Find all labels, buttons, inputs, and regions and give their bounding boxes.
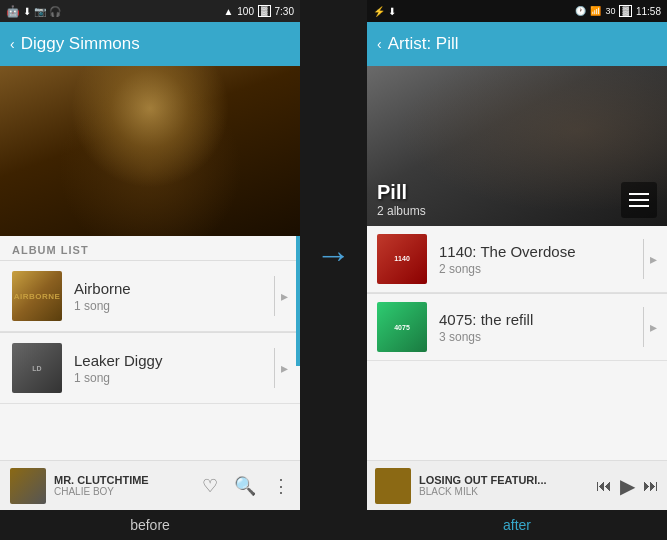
arrow-refill: ▸ [650,319,657,335]
album-thumb-leaker: LD [12,343,62,393]
hamburger-line-2 [629,199,649,201]
search-icon[interactable]: 🔍 [234,475,256,497]
right-header-title: Artist: Pill [388,34,459,54]
album-songs-airborne: 1 song [74,299,274,313]
album-info-leaker: Leaker Diggy 1 song [74,352,274,385]
hamburger-line-3 [629,205,649,207]
left-album-list: AIRBORNE Airborne 1 song ▸ LD Leaker Dig… [0,261,300,460]
album-info-refill: 4075: the refill 3 songs [439,311,643,344]
right-status-bar: ⚡ ⬇ 🕐 📶 30 ▓ 11:58 [367,0,667,22]
album-item[interactable]: AIRBORNE Airborne 1 song ▸ [0,261,300,332]
right-track-title: LOSING OUT FEATURI... [419,474,588,486]
divider-refill [643,307,644,347]
left-panel: 🤖 ⬇ 📷 🎧 ▲ 100 ▓ 7:30 ‹ Diggy Simmons ALB… [0,0,300,510]
playback-controls: ⏮ ▶ ⏭ [596,474,659,498]
album-item-refill[interactable]: 4075 4075: the refill 3 songs ▸ [367,294,667,361]
mini-controls-left: ♡ 🔍 ⋮ [202,475,290,497]
right-artist-image-inner: Pill 2 albums [367,66,667,226]
mini-thumb-right [375,468,411,504]
right-album-list: 1140 1140: The Overdose 2 songs ▸ 4075 4… [367,226,667,460]
left-status-icons: 🤖 ⬇ 📷 🎧 [6,5,61,18]
wifi-icon: 📶 [590,6,601,16]
divider-airborne [274,276,275,316]
album-thumb-refill: 4075 [377,302,427,352]
album-name-overdose: 1140: The Overdose [439,243,643,260]
battery-text: 100 [237,6,254,17]
album-info-overdose: 1140: The Overdose 2 songs [439,243,643,276]
airborne-label: AIRBORNE [14,292,61,301]
camera-icon: 📷 [34,6,46,17]
mini-info-left: MR. CLUTCHTIME CHALIE BOY [54,474,194,497]
divider-leaker [274,348,275,388]
album-name-leaker: Leaker Diggy [74,352,274,369]
album-item-overdose[interactable]: 1140 1140: The Overdose 2 songs ▸ [367,226,667,293]
left-header: ‹ Diggy Simmons [0,22,300,66]
right-header: ‹ Artist: Pill [367,22,667,66]
right-mini-artist: BLACK MILK [419,486,588,497]
mini-track-title: MR. CLUTCHTIME [54,474,194,486]
left-status-right: ▲ 100 ▓ 7:30 [223,5,294,17]
leaker-label: LD [32,365,41,372]
arrow-container: → [300,0,367,510]
album-songs-refill: 3 songs [439,330,643,344]
left-time: 7:30 [275,6,294,17]
hamburger-button[interactable] [621,182,657,218]
mini-thumb-left [10,468,46,504]
overdose-label: 1140 [394,255,410,263]
menu-icon[interactable]: ⋮ [272,475,290,497]
album-name-airborne: Airborne [74,280,274,297]
prev-button[interactable]: ⏮ [596,477,612,495]
album-thumb-airborne: AIRBORNE [12,271,62,321]
download-icon-right: ⬇ [388,6,396,17]
right-artist-albums: 2 albums [377,204,621,218]
left-header-title: Diggy Simmons [21,34,140,54]
right-back-button[interactable]: ‹ [377,36,382,52]
mini-artist: CHALIE BOY [54,486,194,497]
right-status-icons: ⚡ ⬇ [373,6,396,17]
album-info-airborne: Airborne 1 song [74,280,274,313]
next-button[interactable]: ⏭ [643,477,659,495]
right-panel: ⚡ ⬇ 🕐 📶 30 ▓ 11:58 ‹ Artist: Pill Pill 2… [367,0,667,510]
left-artist-image [0,66,300,236]
clock-icon: 🕐 [575,6,586,16]
album-songs-leaker: 1 song [74,371,274,385]
left-status-bar: 🤖 ⬇ 📷 🎧 ▲ 100 ▓ 7:30 [0,0,300,22]
right-artist-overlay: Pill 2 albums [377,181,621,218]
back-button[interactable]: ‹ [10,36,15,52]
labels-row: before after [0,510,667,540]
download-icon: ⬇ [23,6,31,17]
refill-label: 4075 [394,324,410,331]
empty-space [367,361,667,421]
label-before: before [0,517,300,533]
headphone-icon: 🎧 [49,6,61,17]
hamburger-line-1 [629,193,649,195]
battery-right: 30 [605,6,615,16]
right-bottom-bar: LOSING OUT FEATURI... BLACK MILK ⏮ ▶ ⏭ [367,460,667,510]
album-thumb-overdose: 1140 [377,234,427,284]
divider-overdose [643,239,644,279]
arrow-overdose: ▸ [650,251,657,267]
right-arrow: → [316,234,352,276]
left-accent-bar [296,236,300,366]
album-item-leaker[interactable]: LD Leaker Diggy 1 song ▸ [0,333,300,404]
heart-icon[interactable]: ♡ [202,475,218,497]
android-icon: 🤖 [6,5,20,18]
right-artist-image: Pill 2 albums [367,66,667,226]
label-after: after [367,517,667,533]
album-songs-overdose: 2 songs [439,262,643,276]
arrow-airborne: ▸ [281,288,288,304]
left-bottom-bar: MR. CLUTCHTIME CHALIE BOY ♡ 🔍 ⋮ [0,460,300,510]
play-button[interactable]: ▶ [620,474,635,498]
signal-icon: ▲ [223,6,233,17]
battery-icon: ▓ [258,5,271,17]
arrow-leaker: ▸ [281,360,288,376]
battery-icon-right: ▓ [619,5,632,17]
right-status-right: 🕐 📶 30 ▓ 11:58 [575,5,661,17]
right-time: 11:58 [636,6,661,17]
album-name-refill: 4075: the refill [439,311,643,328]
album-list-header: ALBUM LIST [0,236,300,260]
charging-icon: ⚡ [373,6,385,17]
mini-info-right: LOSING OUT FEATURI... BLACK MILK [419,474,588,497]
right-artist-name: Pill [377,181,621,204]
